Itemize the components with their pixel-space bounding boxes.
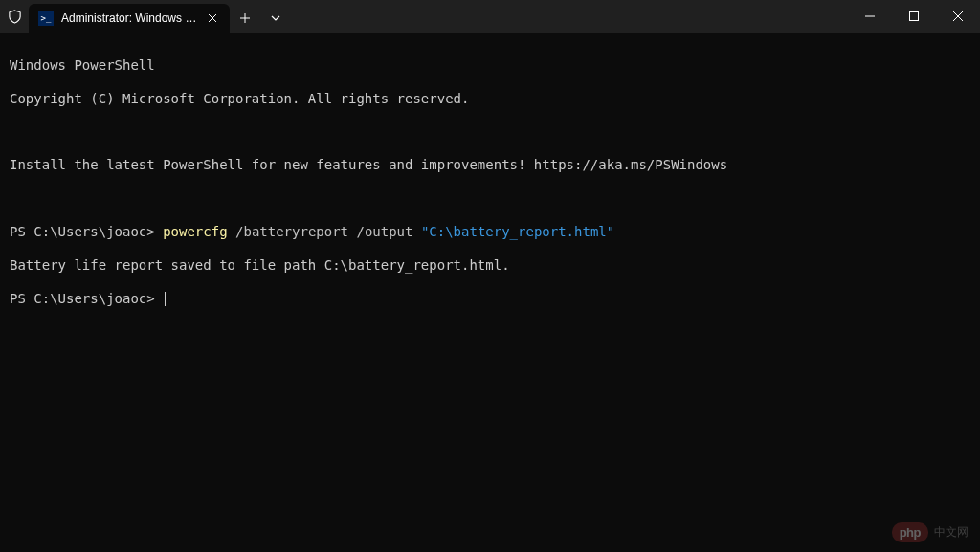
prompt-text: PS C:\Users\joaoc> [10,291,155,306]
terminal-command-line: PS C:\Users\joaoc> powercfg /batteryrepo… [10,224,970,241]
window-titlebar: >_ Administrator: Windows PowerS [0,0,980,33]
terminal-line: Install the latest PowerShell for new fe… [10,157,970,174]
maximize-icon [909,11,919,21]
admin-shield-icon [0,0,29,33]
terminal-line [10,124,970,141]
close-window-button[interactable] [936,0,980,33]
close-icon [953,11,963,21]
command-args: /batteryreport /output [228,224,421,239]
plus-icon [239,12,251,24]
titlebar-left: >_ Administrator: Windows PowerS [0,0,848,33]
powershell-icon: >_ [38,11,54,26]
watermark: php 中文网 [892,522,969,542]
chevron-down-icon [271,15,280,21]
window-controls [848,0,980,33]
active-tab[interactable]: >_ Administrator: Windows PowerS [29,4,230,33]
tab-dropdown-button[interactable] [260,4,291,33]
maximize-button[interactable] [892,0,936,33]
terminal-output[interactable]: Windows PowerShell Copyright (C) Microso… [0,33,980,332]
svg-rect-0 [910,12,919,21]
watermark-logo: php [892,522,928,542]
terminal-prompt-line: PS C:\Users\joaoc> [10,291,970,308]
minimize-button[interactable] [848,0,892,33]
cursor [165,292,166,306]
command-name: powercfg [163,224,227,239]
watermark-text: 中文网 [934,524,969,541]
terminal-line: Copyright (C) Microsoft Corporation. All… [10,91,970,108]
terminal-line [10,190,970,207]
command-string-arg: "C:\battery_report.html" [421,224,614,239]
tab-close-button[interactable] [205,11,220,26]
terminal-line: Windows PowerShell [10,57,970,75]
tab-title: Administrator: Windows PowerS [61,11,197,25]
close-icon [208,13,217,23]
terminal-line: Battery life report saved to file path C… [10,257,970,275]
new-tab-button[interactable] [230,4,260,33]
prompt-text: PS C:\Users\joaoc> [10,224,155,239]
minimize-icon [865,11,875,21]
